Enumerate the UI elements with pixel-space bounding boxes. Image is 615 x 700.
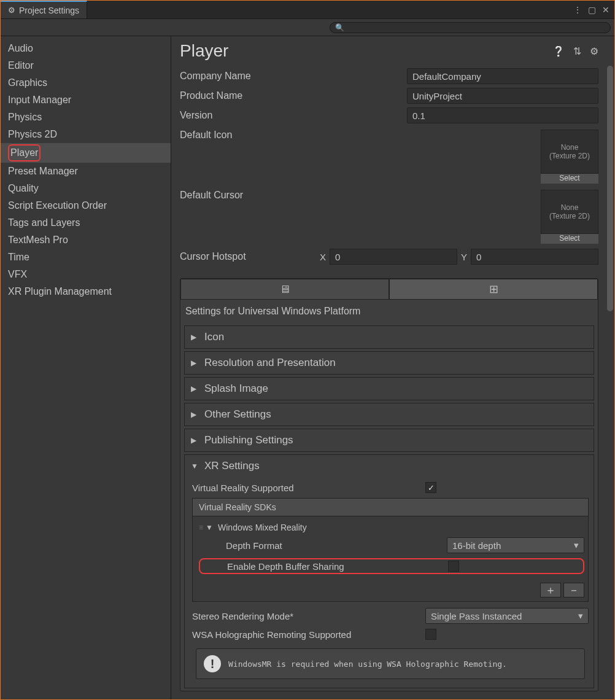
hotspot-x-label: X xyxy=(320,252,326,262)
stereo-mode-dropdown[interactable]: Single Pass Instanced xyxy=(425,608,589,624)
sidebar-item-textmesh-pro[interactable]: TextMesh Pro xyxy=(1,231,171,249)
foldout-icon[interactable]: ▶Icon xyxy=(185,326,594,348)
search-input[interactable]: 🔍 xyxy=(330,22,611,33)
chevron-right-icon: ▶ xyxy=(191,384,199,393)
sidebar-item-physics-2d[interactable]: Physics 2D xyxy=(1,126,171,143)
help-icon[interactable]: ❔ xyxy=(552,45,565,57)
product-name-input[interactable] xyxy=(407,88,598,104)
platform-tab-standalone[interactable]: 🖥 xyxy=(180,279,389,300)
sidebar-item-quality[interactable]: Quality xyxy=(1,180,171,197)
chevron-right-icon: ▶ xyxy=(191,436,199,445)
chevron-down-icon: ▼ xyxy=(191,462,199,470)
info-message-text: WindowsMR is required when using WSA Hol… xyxy=(228,659,507,669)
stereo-mode-label: Stereo Rendering Mode* xyxy=(192,611,425,621)
sidebar-item-xr-plugin[interactable]: XR Plugin Management xyxy=(1,283,171,300)
sdk-item-wmr[interactable]: ≡ ▼ Windows Mixed Reality xyxy=(199,520,584,535)
holographic-remoting-checkbox[interactable] xyxy=(425,629,436,640)
default-icon-select-button[interactable]: Select xyxy=(541,174,598,184)
maximize-icon[interactable]: ▢ xyxy=(588,5,596,15)
page-title: Player xyxy=(180,41,228,61)
drag-handle-icon[interactable]: ≡ xyxy=(199,523,202,532)
vr-supported-checkbox[interactable] xyxy=(425,482,436,493)
sidebar-item-player[interactable]: Player xyxy=(1,143,171,163)
sidebar-item-script-exec-order[interactable]: Script Execution Order xyxy=(1,197,171,214)
default-cursor-slot[interactable]: None (Texture 2D) xyxy=(541,190,598,234)
chevron-right-icon: ▶ xyxy=(191,410,199,419)
hotspot-y-label: Y xyxy=(461,252,467,262)
depth-sharing-checkbox[interactable] xyxy=(448,561,459,572)
vr-supported-label: Virtual Reality Supported xyxy=(192,483,425,493)
tab-project-settings[interactable]: ⚙ Project Settings xyxy=(1,1,87,18)
hotspot-x-input[interactable] xyxy=(330,249,457,265)
sidebar-item-time[interactable]: Time xyxy=(1,249,171,266)
foldout-publishing[interactable]: ▶Publishing Settings xyxy=(185,429,594,451)
foldout-other[interactable]: ▶Other Settings xyxy=(185,403,594,426)
product-name-label: Product Name xyxy=(180,90,407,101)
remove-sdk-button[interactable]: － xyxy=(563,583,584,597)
windows-icon: ⊞ xyxy=(489,282,498,296)
tab-title: Project Settings xyxy=(19,6,79,15)
depth-format-label: Depth Format xyxy=(226,540,447,551)
sidebar-item-audio[interactable]: Audio xyxy=(1,40,171,57)
version-input[interactable] xyxy=(407,107,598,123)
settings-gear-icon[interactable]: ⚙ xyxy=(590,45,598,57)
gear-icon: ⚙ xyxy=(8,6,15,15)
vr-sdks-header: Virtual Reality SDKs xyxy=(193,499,588,516)
close-icon[interactable]: ✕ xyxy=(602,5,609,15)
chevron-down-icon: ▼ xyxy=(206,523,214,532)
holographic-remoting-label: WSA Holographic Remoting Supported xyxy=(192,629,425,640)
platform-tab-uwp[interactable]: ⊞ xyxy=(389,279,598,300)
monitor-icon: 🖥 xyxy=(279,283,290,296)
default-cursor-label: Default Cursor xyxy=(180,190,407,244)
company-name-label: Company Name xyxy=(180,71,407,82)
foldout-xr-settings[interactable]: ▼XR Settings xyxy=(185,455,594,477)
sidebar-item-input-manager[interactable]: Input Manager xyxy=(1,91,171,109)
sidebar-item-graphics[interactable]: Graphics xyxy=(1,74,171,91)
chevron-right-icon: ▶ xyxy=(191,333,199,341)
sidebar-item-editor[interactable]: Editor xyxy=(1,57,171,74)
platform-heading: Settings for Universal Windows Platform xyxy=(180,300,598,323)
foldout-resolution[interactable]: ▶Resolution and Presentation xyxy=(185,352,594,374)
default-icon-slot[interactable]: None (Texture 2D) xyxy=(541,130,598,174)
hotspot-y-input[interactable] xyxy=(471,249,598,265)
info-icon: ! xyxy=(204,655,221,672)
sidebar-item-vfx[interactable]: VFX xyxy=(1,266,171,283)
foldout-splash[interactable]: ▶Splash Image xyxy=(185,378,594,400)
chevron-right-icon: ▶ xyxy=(191,359,199,367)
company-name-input[interactable] xyxy=(407,68,598,84)
default-cursor-select-button[interactable]: Select xyxy=(541,234,598,244)
vertical-scrollbar[interactable] xyxy=(607,66,613,311)
version-label: Version xyxy=(180,110,407,121)
kebab-icon[interactable]: ⋮ xyxy=(573,5,582,15)
sidebar-item-preset-manager[interactable]: Preset Manager xyxy=(1,163,171,180)
search-icon: 🔍 xyxy=(335,23,344,32)
default-icon-label: Default Icon xyxy=(180,130,407,184)
cursor-hotspot-label: Cursor Hotspot xyxy=(180,251,316,262)
depth-format-dropdown[interactable]: 16-bit depth xyxy=(447,537,584,553)
info-message-box: ! WindowsMR is required when using WSA H… xyxy=(196,648,585,679)
depth-sharing-label: Enable Depth Buffer Sharing xyxy=(227,561,448,572)
presets-icon[interactable]: ⇅ xyxy=(573,45,581,57)
settings-sidebar: Audio Editor Graphics Input Manager Phys… xyxy=(1,36,171,700)
sidebar-item-physics[interactable]: Physics xyxy=(1,109,171,126)
sidebar-item-tags-layers[interactable]: Tags and Layers xyxy=(1,214,171,231)
add-sdk-button[interactable]: ＋ xyxy=(540,583,561,597)
